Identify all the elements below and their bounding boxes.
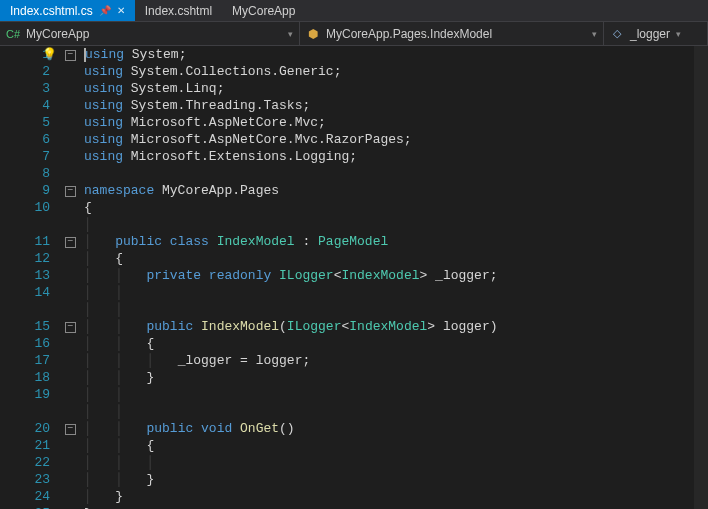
line-number: [0, 216, 50, 233]
token-punc: (: [279, 319, 287, 334]
line-number: 12: [0, 250, 50, 267]
code-line[interactable]: [84, 165, 708, 182]
line-number: 13: [0, 267, 50, 284]
fold-toggle[interactable]: [62, 46, 78, 63]
token-kw: private readonly: [146, 268, 279, 283]
token-kw: using: [84, 132, 131, 147]
token-field: _logger: [178, 353, 233, 368]
code-line[interactable]: │ │ private readonly ILogger<IndexModel>…: [84, 267, 708, 284]
code-line[interactable]: using Microsoft.Extensions.Logging;: [84, 148, 708, 165]
fold-spacer: [62, 454, 78, 471]
token-punc: }: [146, 370, 154, 385]
token-guide: │ │: [84, 421, 146, 436]
token-method: IndexModel: [201, 319, 279, 334]
code-line[interactable]: using System;: [84, 46, 708, 63]
token-punc: (): [279, 421, 295, 436]
line-number: 19: [0, 386, 50, 403]
code-line[interactable]: │ │ }: [84, 471, 708, 488]
code-line[interactable]: │ │ {: [84, 437, 708, 454]
token-field: _logger: [435, 268, 490, 283]
pin-icon[interactable]: 📌: [99, 5, 111, 16]
code-line[interactable]: using System.Threading.Tasks;: [84, 97, 708, 114]
fold-toggle[interactable]: [62, 420, 78, 437]
token-punc: :: [295, 234, 318, 249]
code-line[interactable]: │ │ │ _logger = logger;: [84, 352, 708, 369]
token-punc: ;: [490, 268, 498, 283]
code-line[interactable]: namespace MyCoreApp.Pages: [84, 182, 708, 199]
line-number: 3: [0, 80, 50, 97]
fold-spacer: [62, 216, 78, 233]
line-number: 23: [0, 471, 50, 488]
code-line[interactable]: {: [84, 199, 708, 216]
fold-toggle[interactable]: [62, 318, 78, 335]
fold-toggle[interactable]: [62, 182, 78, 199]
token-punc: ;: [302, 98, 310, 113]
code-line[interactable]: │ public class IndexModel : PageModel: [84, 233, 708, 250]
token-kw: using: [84, 81, 131, 96]
code-line[interactable]: │ {: [84, 250, 708, 267]
code-line[interactable]: │ │ public IndexModel(ILogger<IndexModel…: [84, 318, 708, 335]
code-line[interactable]: │: [84, 216, 708, 233]
code-line[interactable]: using System.Collections.Generic;: [84, 63, 708, 80]
fold-spacer: [62, 165, 78, 182]
token-punc: ;: [334, 64, 342, 79]
line-number: [0, 403, 50, 420]
lightbulb-icon[interactable]: 💡: [42, 47, 57, 64]
code-line[interactable]: │ }: [84, 488, 708, 505]
line-number: 18: [0, 369, 50, 386]
code-area[interactable]: using System;using System.Collections.Ge…: [78, 46, 708, 509]
token-kw: public: [146, 319, 201, 334]
code-line[interactable]: │ │ │: [84, 454, 708, 471]
code-line[interactable]: using System.Linq;: [84, 80, 708, 97]
code-line[interactable]: │ │ {: [84, 335, 708, 352]
code-line[interactable]: }: [84, 505, 708, 509]
nav-project-label: MyCoreApp: [26, 27, 89, 41]
line-number: 24: [0, 488, 50, 505]
code-line[interactable]: │ │: [84, 301, 708, 318]
class-icon: ⬢: [306, 27, 320, 41]
fold-spacer: [62, 369, 78, 386]
code-line[interactable]: │ │: [84, 284, 708, 301]
code-line[interactable]: │ │ public void OnGet(): [84, 420, 708, 437]
csharp-project-icon: C#: [6, 27, 20, 41]
token-guide: │ │ │: [84, 455, 154, 470]
fold-spacer: [62, 250, 78, 267]
token-punc: ;: [179, 47, 187, 62]
token-punc: {: [115, 251, 123, 266]
code-line[interactable]: using Microsoft.AspNetCore.Mvc.RazorPage…: [84, 131, 708, 148]
line-number: 10: [0, 199, 50, 216]
line-number: 16: [0, 335, 50, 352]
token-ns: System.Collections.Generic: [131, 64, 334, 79]
tab-index-cshtml[interactable]: Index.cshtml: [135, 0, 222, 21]
token-guide: │ │: [84, 268, 146, 283]
code-line[interactable]: │ │ }: [84, 369, 708, 386]
fold-spacer: [62, 301, 78, 318]
token-punc: >: [427, 319, 443, 334]
line-number: 22: [0, 454, 50, 471]
tab-index-cshtml-cs[interactable]: Index.cshtml.cs 📌 ✕: [0, 0, 135, 21]
token-kw: public class: [115, 234, 216, 249]
fold-toggle[interactable]: [62, 233, 78, 250]
tab-label: MyCoreApp: [232, 4, 295, 18]
token-guide: │ │: [84, 370, 146, 385]
chevron-down-icon: ▾: [288, 29, 293, 39]
token-type: ILogger: [287, 319, 342, 334]
field-icon: ◇: [610, 27, 624, 41]
code-line[interactable]: │ │: [84, 386, 708, 403]
token-kw: using: [85, 47, 132, 62]
code-editor[interactable]: 1💡23456789101112131415161718192021222324…: [0, 46, 708, 509]
navigation-bar: C# MyCoreApp ▾ ⬢ MyCoreApp.Pages.IndexMo…: [0, 22, 708, 46]
nav-member-dropdown[interactable]: ◇ _logger ▾: [604, 22, 708, 45]
token-guide: │ │: [84, 285, 123, 300]
line-number: 7: [0, 148, 50, 165]
nav-project-dropdown[interactable]: C# MyCoreApp ▾: [0, 22, 300, 45]
nav-class-dropdown[interactable]: ⬢ MyCoreApp.Pages.IndexModel ▾: [300, 22, 604, 45]
code-line[interactable]: using Microsoft.AspNetCore.Mvc;: [84, 114, 708, 131]
fold-spacer: [62, 505, 78, 509]
code-line[interactable]: │ │: [84, 403, 708, 420]
tab-mycoreapp[interactable]: MyCoreApp: [222, 0, 305, 21]
token-type: IndexModel: [217, 234, 295, 249]
close-icon[interactable]: ✕: [117, 5, 125, 16]
token-method: OnGet: [240, 421, 279, 436]
vertical-scrollbar[interactable]: [694, 46, 708, 509]
